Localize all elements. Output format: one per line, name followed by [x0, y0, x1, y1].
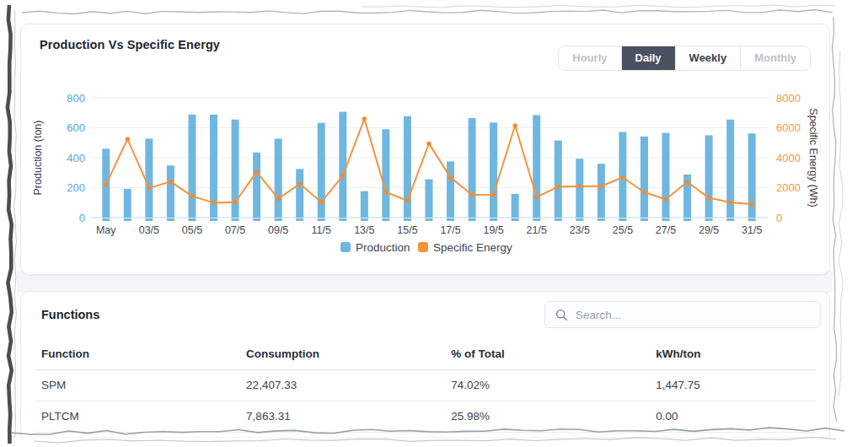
column-header: Consumption	[239, 339, 444, 370]
right-axis-tick-label: 6000	[776, 121, 801, 134]
x-axis-tick	[253, 218, 260, 221]
x-axis-tick	[705, 218, 713, 221]
left-axis-tick-label: 0	[79, 212, 85, 224]
x-axis-tick	[361, 218, 368, 221]
x-axis-tick	[597, 218, 605, 221]
production-bar	[512, 194, 519, 218]
specific-energy-point	[297, 181, 302, 186]
specific-energy-point	[405, 199, 410, 203]
x-axis-tick	[447, 218, 454, 221]
production-bar	[619, 132, 626, 218]
production-bar	[339, 112, 346, 218]
table-cell: PLTCM	[35, 401, 239, 433]
x-axis-label: 11/5	[312, 224, 331, 236]
specific-energy-point	[620, 175, 624, 180]
table-row[interactable]: PLTCM7,863.3125.98%0.00	[35, 401, 816, 433]
specific-energy-point	[469, 192, 474, 197]
range-tab-weekly[interactable]: Weekly	[675, 46, 741, 70]
x-axis-label: 31/5	[742, 224, 762, 236]
specific-energy-point	[707, 196, 711, 200]
range-tab-hourly[interactable]: Hourly	[559, 46, 620, 70]
x-axis-label: 27/5	[656, 224, 676, 236]
production-bar	[426, 180, 433, 218]
torn-edge-line	[839, 51, 843, 396]
specific-energy-point	[255, 170, 259, 174]
specific-energy-point	[728, 200, 732, 204]
production-bar	[382, 129, 389, 218]
x-axis-label: 29/5	[699, 224, 719, 236]
functions-table: FunctionConsumption% of TotalkWh/ton SPM…	[35, 339, 816, 433]
production-bar	[361, 191, 368, 218]
x-axis-tick	[124, 218, 131, 221]
x-axis-tick	[726, 218, 734, 221]
search-input[interactable]	[576, 309, 810, 321]
x-axis-label: 21/5	[527, 224, 547, 236]
x-axis-tick	[275, 218, 282, 221]
torn-edge-line	[8, 5, 12, 444]
torn-edge-line	[362, 5, 834, 8]
production-bar	[124, 189, 131, 218]
production-bar	[296, 169, 303, 218]
x-axis-label: 23/5	[570, 224, 590, 236]
specific-energy-point	[147, 186, 151, 190]
x-axis-tick	[469, 218, 476, 221]
range-tab-daily[interactable]: Daily	[621, 46, 675, 70]
specific-energy-point	[599, 184, 603, 188]
production-bar	[533, 115, 540, 218]
table-cell: 25.98%	[444, 401, 649, 433]
chart-svg: 020040060080002000400060008000Production…	[29, 82, 822, 269]
production-vs-specific-energy-card: Production Vs Specific Energy HourlyDail…	[20, 24, 830, 275]
production-bar	[447, 161, 454, 218]
specific-energy-point	[750, 202, 754, 206]
x-axis-tick	[555, 218, 562, 221]
left-axis-title: Production (ton)	[32, 121, 44, 196]
x-axis-label: 19/5	[483, 224, 503, 236]
x-axis-tick	[296, 218, 303, 221]
specific-energy-point	[319, 200, 324, 204]
torn-edge-line	[22, 10, 833, 14]
x-axis-tick	[576, 218, 583, 221]
right-axis-tick-label: 0	[776, 212, 782, 224]
x-axis-tick	[232, 218, 239, 221]
production-bar	[597, 164, 605, 218]
production-bar	[188, 115, 196, 218]
specific-energy-point	[212, 201, 216, 205]
range-tab-monthly[interactable]: Monthly	[740, 46, 810, 70]
x-axis-tick	[683, 218, 691, 221]
torn-edge-line	[14, 10, 17, 439]
x-axis-tick	[512, 218, 519, 221]
x-axis-label: May	[96, 224, 116, 236]
x-axis-tick	[748, 218, 756, 221]
left-axis-tick-label: 400	[67, 152, 85, 164]
x-axis-tick	[640, 218, 648, 221]
x-axis-label: 03/5	[139, 224, 159, 236]
legend-label[interactable]: Production	[356, 241, 410, 254]
functions-search-box[interactable]	[544, 301, 821, 328]
x-axis-label: 05/5	[182, 224, 202, 236]
x-axis-tick	[426, 218, 433, 221]
x-axis-label: 25/5	[613, 224, 633, 236]
table-cell: 0.00	[649, 401, 816, 433]
column-header: % of Total	[444, 339, 649, 370]
functions-title: Functions	[41, 308, 99, 321]
specific-energy-point	[491, 192, 496, 197]
specific-energy-point	[556, 185, 560, 189]
torn-edge-line	[34, 437, 836, 443]
legend-label[interactable]: Specific Energy	[433, 241, 512, 254]
x-axis-tick	[102, 218, 110, 221]
production-bar	[253, 153, 260, 218]
x-axis-tick	[490, 218, 497, 221]
production-specific-energy-chart: 020040060080002000400060008000Production…	[29, 82, 822, 269]
x-axis-tick	[167, 218, 174, 221]
table-cell: 1,447.75	[649, 370, 816, 401]
specific-energy-point	[448, 175, 453, 180]
table-row[interactable]: SPM22,407.3374.02%1,447.75	[35, 370, 816, 401]
production-bar	[640, 137, 648, 218]
x-axis-tick	[404, 218, 411, 221]
legend-swatch	[418, 242, 428, 252]
search-icon	[555, 309, 568, 321]
specific-energy-point	[513, 123, 517, 127]
x-axis-label: 15/5	[397, 224, 417, 236]
production-bar	[469, 118, 476, 218]
specific-energy-point	[577, 184, 581, 188]
